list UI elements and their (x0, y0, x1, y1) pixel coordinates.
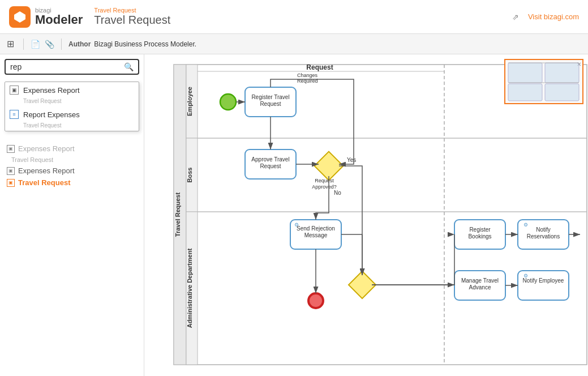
svg-rect-10 (174, 65, 186, 365)
svg-rect-25 (245, 87, 296, 117)
svg-text:⚙: ⚙ (294, 222, 299, 228)
svg-rect-9 (174, 65, 587, 365)
svg-rect-1 (508, 63, 542, 83)
page-title: Travel Request (94, 14, 512, 27)
author-value: Bizagi Business Process Modeler. (94, 40, 196, 48)
doc-icon-1: ▣ (10, 86, 19, 95)
svg-text:⚙: ⚙ (523, 222, 528, 228)
svg-text:Required: Required (297, 78, 318, 84)
svg-rect-17 (186, 138, 198, 212)
sidebar-doc-icon-3: ▣ (7, 179, 15, 187)
svg-text:Notify: Notify (536, 227, 551, 233)
sidebar-doc-icon-2: ▣ (7, 167, 15, 175)
sidebar-item-expenses-report-1[interactable]: ▣ Expenses Report (5, 143, 139, 155)
svg-point-38 (308, 293, 323, 308)
search-icon[interactable]: 🔍 (124, 62, 134, 71)
svg-rect-14 (186, 212, 587, 365)
svg-point-24 (220, 94, 236, 110)
svg-text:Register: Register (469, 227, 491, 233)
svg-text:Bookings: Bookings (468, 233, 491, 240)
toolbar: ⊞ 📄 📎 Author Bizagi Business Process Mod… (0, 34, 588, 54)
sidebar-item-travel-request-1[interactable]: Travel Request (5, 155, 139, 165)
sidebar-item-label-4: Travel Request (18, 178, 71, 187)
svg-rect-47 (454, 271, 505, 300)
svg-text:Boss: Boss (186, 168, 193, 183)
breadcrumb: Travel Request (94, 7, 512, 14)
svg-rect-50 (518, 271, 569, 300)
dropdown-label-1: Expenses Report (23, 86, 80, 95)
svg-rect-40 (454, 220, 505, 249)
svg-text:Send Rejection: Send Rejection (297, 225, 335, 232)
svg-rect-15 (186, 65, 198, 138)
sidebar-item-label-2: Travel Request (11, 156, 53, 163)
svg-rect-39 (349, 271, 376, 298)
svg-text:No: No (334, 190, 341, 196)
svg-text:Request: Request (315, 178, 334, 183)
svg-text:Travel Request: Travel Request (174, 193, 181, 237)
svg-text:Approve Travel: Approve Travel (251, 156, 289, 163)
sidebar-doc-icon-1: ▣ (7, 145, 15, 153)
svg-marker-0 (14, 11, 25, 23)
toolbar-separator-2 (61, 39, 62, 50)
paperclip-icon[interactable]: 📎 (45, 40, 54, 49)
visit-bizagi-link[interactable]: Visit bizagi.com (528, 12, 579, 21)
svg-rect-34 (290, 220, 341, 249)
dropdown-label-2: Report Expenses (23, 110, 80, 119)
dropdown-subtitle-2: Travel Request (5, 122, 139, 131)
author-label: Author (68, 40, 91, 48)
sidebar-item-expenses-report-2[interactable]: ▣ Expenses Report (5, 165, 139, 177)
minimap-content (505, 60, 582, 103)
header: bizagi Modeler Travel Request Travel Req… (0, 0, 588, 34)
toolbar-separator (23, 39, 24, 50)
collapse-icon[interactable]: ⊞ (5, 37, 16, 50)
sidebar-item-label-1: Expenses Report (18, 144, 75, 153)
canvas-area: ✕ (144, 54, 588, 376)
dropdown-subtitle-1: Travel Request (5, 98, 139, 106)
logo-icon (9, 6, 31, 28)
doc-icon-2: ≡ (10, 110, 19, 119)
svg-text:Manage Travel: Manage Travel (461, 277, 499, 284)
svg-text:⚙: ⚙ (523, 273, 528, 279)
attachment-icon[interactable]: 📄 (31, 40, 40, 49)
svg-text:Approved?: Approved? (312, 184, 337, 190)
svg-text:Advance: Advance (469, 284, 491, 290)
sidebar-item-label-3: Expenses Report (18, 166, 75, 175)
sidebar-tree: ▣ Expenses Report Travel Request ▣ Expen… (5, 143, 139, 189)
logo-modeler: Modeler (35, 14, 83, 26)
title-area: Travel Request Travel Request (94, 7, 512, 27)
svg-text:Notify Employee: Notify Employee (523, 277, 564, 284)
svg-rect-2 (545, 63, 579, 83)
svg-text:Request: Request (260, 163, 281, 169)
svg-text:Reservations: Reservations (527, 233, 560, 240)
dropdown-item-expenses-report[interactable]: ▣ Expenses Report (5, 82, 139, 98)
svg-text:Request: Request (306, 63, 333, 71)
svg-rect-4 (545, 84, 579, 101)
svg-text:Register Travel: Register Travel (251, 94, 289, 100)
back-forward-icon[interactable]: ⇗ (512, 12, 519, 22)
svg-text:Yes: Yes (347, 157, 356, 163)
logo-text: bizagi Modeler (35, 7, 83, 26)
svg-rect-13 (186, 138, 587, 212)
svg-rect-3 (508, 84, 542, 101)
svg-text:Request: Request (260, 101, 281, 107)
svg-text:Administrative Department: Administrative Department (186, 248, 193, 328)
svg-rect-31 (315, 152, 344, 181)
sidebar: 🔍 ▣ Expenses Report Travel Request ≡ Rep… (0, 54, 144, 376)
dropdown-item-report-expenses[interactable]: ≡ Report Expenses (5, 106, 139, 122)
svg-text:Message: Message (304, 232, 328, 238)
logo-area: bizagi Modeler (9, 6, 83, 28)
search-dropdown: ▣ Expenses Report Travel Request ≡ Repor… (5, 82, 139, 131)
svg-rect-43 (518, 220, 569, 249)
main-layout: 🔍 ▣ Expenses Report Travel Request ≡ Rep… (0, 54, 588, 376)
sidebar-item-travel-request-2[interactable]: ▣ Travel Request (5, 177, 139, 189)
svg-rect-28 (245, 149, 296, 179)
svg-text:Employee: Employee (186, 87, 193, 116)
svg-rect-19 (186, 212, 198, 365)
minimap: ✕ (504, 59, 583, 104)
search-input[interactable] (10, 62, 122, 71)
svg-text:Changes: Changes (297, 72, 318, 78)
search-box: 🔍 (5, 59, 139, 75)
author-area: Author Bizagi Business Process Modeler. (68, 40, 196, 48)
